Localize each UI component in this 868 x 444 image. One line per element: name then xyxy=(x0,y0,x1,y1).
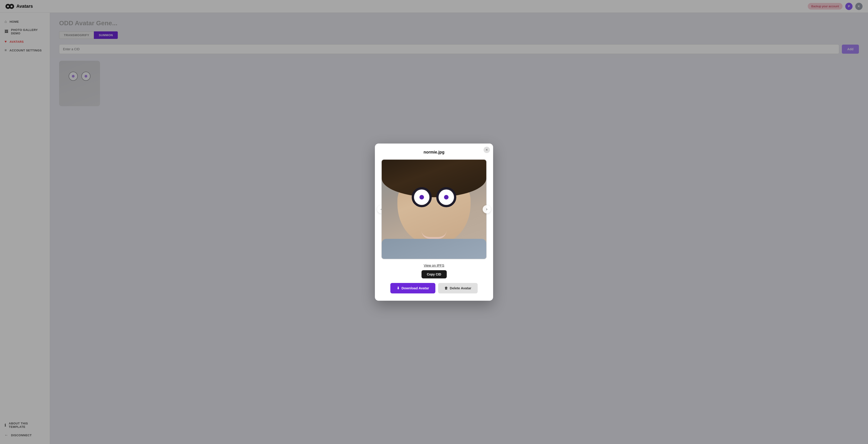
modal: × normie.jpg ‹ xyxy=(375,144,493,301)
delete-icon: 🗑 xyxy=(444,286,448,290)
delete-avatar-button[interactable]: 🗑 Delete Avatar xyxy=(438,283,478,293)
modal-ipfs-link-container: View on IPFS xyxy=(381,263,487,267)
download-icon: ⬇ xyxy=(397,286,400,290)
modal-close-button[interactable]: × xyxy=(484,147,490,153)
modal-image-container: ‹ xyxy=(381,159,487,259)
modal-overlay[interactable]: × normie.jpg ‹ xyxy=(0,0,868,444)
modal-next-button[interactable]: › xyxy=(483,205,491,213)
delete-avatar-label: Delete Avatar xyxy=(450,286,471,290)
modal-title: normie.jpg xyxy=(381,150,487,155)
view-on-ipfs-link[interactable]: View on IPFS xyxy=(424,263,444,267)
copy-cid-button[interactable]: Copy CID xyxy=(422,270,447,278)
download-avatar-button[interactable]: ⬇ Download Avatar xyxy=(390,283,435,293)
modal-actions: ⬇ Download Avatar 🗑 Delete Avatar xyxy=(381,283,487,293)
download-avatar-label: Download Avatar xyxy=(402,286,429,290)
modal-image-frame xyxy=(381,159,487,259)
